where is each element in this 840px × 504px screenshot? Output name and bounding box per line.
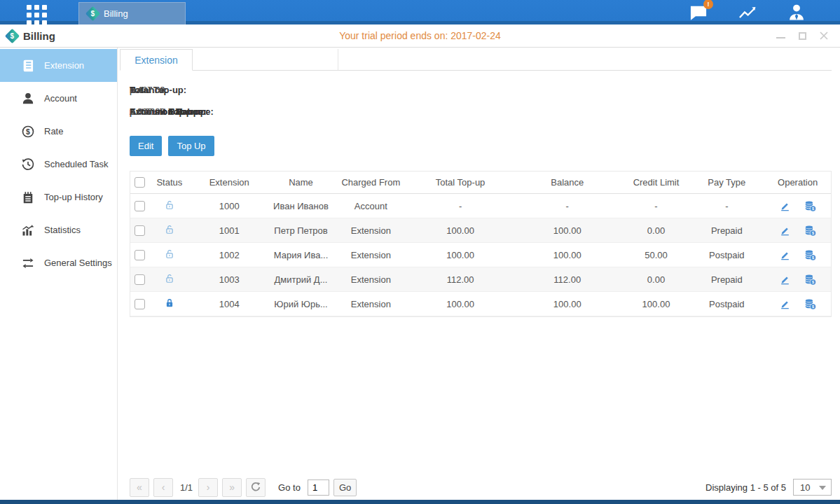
tab-bar-spacer — [193, 49, 338, 70]
edit-pencil-icon[interactable] — [779, 200, 791, 212]
sidebar-item-rate[interactable]: $ Rate — [0, 115, 117, 148]
go-button[interactable]: Go — [333, 479, 357, 496]
cell-credit-limit: 0.00 — [624, 274, 689, 285]
cell-balance: 100.00 — [511, 299, 624, 309]
cell-balance: - — [511, 201, 624, 211]
sidebar-item-label: Statistics — [44, 225, 81, 235]
col-name: Name — [270, 177, 333, 188]
row-checkbox[interactable] — [135, 274, 145, 285]
page-size-select[interactable]: 10 — [793, 479, 832, 496]
chevron-down-icon — [819, 486, 826, 490]
cell-credit-limit: 0.00 — [624, 225, 689, 236]
cell-extension: 1000 — [189, 201, 270, 211]
lock-open-icon — [163, 223, 176, 238]
transfer-arrows-icon — [21, 256, 35, 270]
window-title-bar: $ Billing Your trial period ends on: 201… — [0, 24, 840, 48]
first-page-button[interactable]: « — [130, 478, 149, 497]
tab-bar: Extension — [120, 49, 832, 71]
sidebar-item-general-settings[interactable]: General Settings — [0, 246, 117, 279]
trial-notice: Your trial period ends on: 2017-02-24 — [0, 30, 840, 41]
row-checkbox[interactable] — [135, 250, 145, 260]
sidebar-item-statistics[interactable]: Statistics — [0, 214, 117, 246]
close-icon[interactable] — [819, 31, 829, 41]
trend-chart-icon[interactable] — [738, 3, 757, 22]
maximize-icon[interactable] — [797, 31, 807, 41]
page-indicator: 1/1 — [180, 482, 193, 493]
col-status: Status — [150, 177, 189, 188]
select-all-checkbox[interactable] — [135, 177, 145, 188]
table-row[interactable]: 1000 Иван Иванов Account - - - - — [130, 194, 831, 218]
cell-total-topup: - — [409, 201, 511, 211]
table-row[interactable]: 1002 Мария Ива... Extension 100.00 100.0… — [130, 243, 831, 267]
sidebar-item-account[interactable]: Account — [0, 82, 117, 115]
table-row[interactable]: 1004 Юрий Юрь... Extension 100.00 100.00… — [130, 292, 831, 316]
topup-coins-icon[interactable]: $ — [804, 273, 817, 286]
person-icon — [21, 92, 35, 106]
topup-coins-icon[interactable]: $ — [804, 200, 817, 213]
cell-pay-type: Prepaid — [689, 274, 764, 285]
sidebar-item-label: Rate — [44, 126, 63, 136]
topup-coins-icon[interactable]: $ — [804, 224, 817, 237]
dollar-circle-icon: $ — [21, 125, 35, 139]
chat-icon[interactable]: ! — [689, 3, 708, 22]
displaying-text: Displaying 1 - 5 of 5 — [705, 482, 786, 493]
svg-text:$: $ — [812, 231, 814, 235]
page-size-value: 10 — [800, 482, 810, 493]
billing-app-tab[interactable]: $ Billing — [78, 2, 186, 24]
clock-icon — [21, 158, 35, 172]
edit-button[interactable]: Edit — [130, 136, 162, 156]
summary-panel: Total Top-up: p.437.00 Balance: p.437.00… — [130, 79, 832, 122]
row-checkbox[interactable] — [135, 225, 145, 236]
cell-charged-from: Extension — [332, 299, 409, 309]
pagination-bar: « ‹ 1/1 › » Go to Go Displaying 1 - 5 of… — [130, 477, 832, 497]
lock-closed-icon — [163, 297, 176, 312]
tab-extension[interactable]: Extension — [120, 49, 193, 71]
window-title: Billing — [23, 30, 55, 42]
edit-pencil-icon[interactable] — [779, 225, 791, 237]
goto-page-input[interactable] — [308, 479, 329, 496]
cell-total-topup: 100.00 — [409, 225, 511, 236]
sidebar-item-topup-history[interactable]: Top-up History — [0, 181, 117, 214]
cell-credit-limit: 100.00 — [624, 299, 689, 309]
row-checkbox[interactable] — [135, 299, 145, 309]
minimize-icon[interactable] — [776, 31, 785, 41]
svg-text:$: $ — [812, 280, 814, 284]
topup-coins-icon[interactable]: $ — [804, 248, 817, 262]
notification-badge: ! — [703, 0, 713, 9]
bottom-edge-strip — [0, 500, 840, 504]
col-balance: Balance — [511, 177, 624, 188]
goto-label: Go to — [278, 482, 301, 493]
cell-charged-from: Account — [332, 201, 409, 211]
bar-chart-icon — [21, 223, 35, 237]
cell-extension: 1004 — [189, 299, 270, 309]
last-page-button[interactable]: » — [222, 478, 242, 497]
user-profile-icon[interactable] — [787, 3, 806, 22]
sidebar-item-label: Account — [44, 93, 77, 104]
col-credit-limit: Credit Limit — [624, 177, 689, 188]
edit-pencil-icon[interactable] — [779, 298, 791, 310]
sidebar-item-label: Top-up History — [44, 192, 103, 202]
sidebar-item-label: General Settings — [44, 258, 112, 268]
sidebar-item-scheduled-task[interactable]: Scheduled Task — [0, 148, 117, 181]
table-row[interactable]: 1003 Дмитрий Д... Extension 112.00 112.0… — [130, 267, 831, 292]
billing-dollar-icon: $ — [5, 28, 20, 43]
sidebar-item-extension[interactable]: Extension — [0, 49, 117, 82]
prev-page-button[interactable]: ‹ — [153, 478, 173, 497]
svg-text:$: $ — [812, 304, 814, 309]
row-checkbox[interactable] — [135, 201, 145, 211]
top-up-button[interactable]: Top Up — [168, 136, 214, 156]
table-row[interactable]: 1001 Петр Петров Extension 100.00 100.00… — [130, 218, 831, 243]
cell-charged-from: Extension — [332, 274, 409, 285]
refresh-button[interactable] — [246, 478, 266, 497]
cell-total-topup: 100.00 — [409, 250, 511, 260]
ledger-icon — [21, 59, 35, 73]
svg-text:$: $ — [812, 206, 814, 211]
extension-table: Status Extension Name Charged From Total… — [130, 171, 832, 317]
app-launcher-icon[interactable] — [27, 5, 47, 25]
next-page-button[interactable]: › — [198, 478, 218, 497]
cell-name: Иван Иванов — [270, 201, 333, 211]
edit-pencil-icon[interactable] — [779, 274, 791, 286]
cell-name: Мария Ива... — [270, 250, 333, 260]
edit-pencil-icon[interactable] — [779, 249, 791, 261]
topup-coins-icon[interactable]: $ — [804, 298, 817, 311]
